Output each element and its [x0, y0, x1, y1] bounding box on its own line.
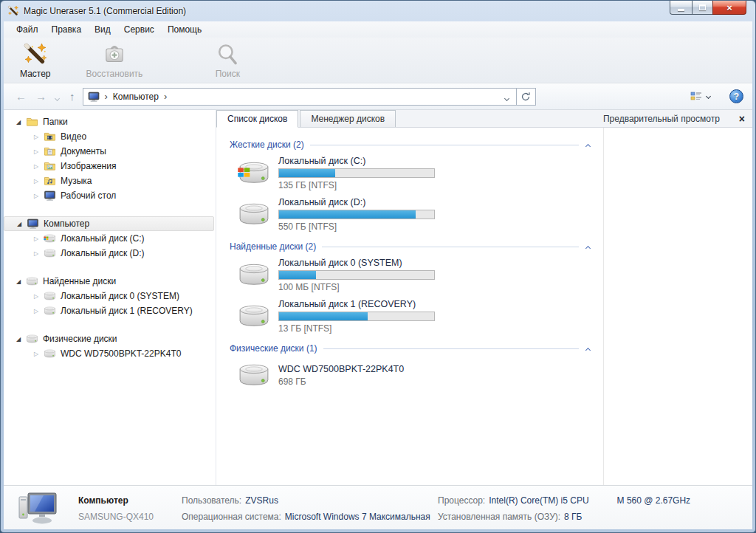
window-body: Файл Правка Вид Сервис Помощь Мастер Вос… — [4, 21, 752, 529]
app-window: Magic Uneraser 5.1 (Commercial Edition) … — [0, 0, 756, 533]
disk-usage-fill — [279, 210, 416, 219]
section-divider — [310, 145, 579, 145]
status-ram-value: 8 ГБ — [564, 512, 582, 522]
section-header: Найденные диски (2) — [230, 240, 593, 253]
sidebar-group-folders[interactable]: ◢ Папки — [4, 114, 216, 129]
sidebar-group-found-disks[interactable]: ◢ Найденные диски — [4, 274, 216, 289]
disk-usage-fill — [279, 169, 335, 177]
tree-label: Видео — [61, 131, 86, 142]
expander-closed-icon[interactable]: ▷ — [32, 235, 41, 242]
computer-icon — [18, 490, 60, 526]
collapse-chevron-icon[interactable] — [586, 138, 590, 151]
sidebar-item-pictures[interactable]: ▷ Изображения — [4, 159, 216, 173]
minimize-icon — [678, 9, 684, 11]
sidebar-item-disk-d[interactable]: ▷ Локальный диск (D:) — [4, 246, 216, 261]
expander-closed-icon[interactable]: ▷ — [32, 293, 41, 300]
tree-spacer — [4, 318, 216, 331]
minimize-button[interactable] — [670, 1, 692, 15]
expander-closed-icon[interactable]: ▷ — [32, 308, 41, 314]
status-user-value: ZVSRus — [245, 495, 278, 506]
tree-label: Найденные диски — [43, 276, 116, 286]
tree-spacer — [4, 203, 216, 216]
section-divider — [323, 348, 579, 349]
disk-icon — [44, 305, 56, 317]
wizard-button[interactable]: Мастер — [13, 41, 58, 80]
status-computer-name: SAMSUNG-QX410 — [78, 512, 154, 522]
app-icon — [7, 5, 19, 17]
collapse-chevron-icon[interactable] — [586, 342, 590, 355]
disk-item-physical-wdc[interactable]: WDC WD7500BPKT-22PK4T0 698 ГБ — [230, 362, 593, 388]
maximize-button[interactable] — [692, 1, 712, 15]
expander-closed-icon[interactable]: ▷ — [32, 193, 41, 199]
sidebar-item-video[interactable]: ▷ Видео — [4, 129, 216, 144]
status-computer-column: Компьютер SAMSUNG-QX410 — [78, 492, 154, 525]
forward-button[interactable]: → — [35, 91, 47, 102]
sidebar-item-music[interactable]: ▷ Музыка — [4, 173, 216, 188]
history-dropdown-icon[interactable] — [55, 90, 59, 103]
expander-closed-icon[interactable]: ▷ — [32, 250, 41, 257]
section-physical-disks: Физические диски (1) WDC WD7500BPKT-22PK… — [230, 342, 593, 388]
expander-closed-icon[interactable]: ▷ — [32, 351, 41, 357]
menu-edit[interactable]: Правка — [45, 22, 89, 37]
up-button[interactable]: ↑ — [69, 91, 75, 102]
preview-header: Предварительный просмотр × — [603, 114, 752, 127]
collapse-chevron-icon[interactable] — [586, 240, 590, 253]
refresh-button[interactable] — [517, 88, 536, 106]
sidebar-item-disk-c[interactable]: ▷ Локальный диск (C:) — [4, 231, 216, 246]
expander-open-icon[interactable]: ◢ — [14, 336, 23, 343]
section-divider — [322, 247, 579, 247]
disk-item-c[interactable]: Локальный диск (C:) 135 ГБ [NTFS] — [230, 154, 593, 191]
disk-size: 698 ГБ — [278, 376, 404, 388]
expander-closed-icon[interactable]: ▷ — [32, 163, 41, 170]
menu-view[interactable]: Вид — [88, 22, 117, 37]
view-dropdown-icon — [706, 94, 711, 99]
disk-icon — [237, 262, 271, 287]
view-mode-button[interactable] — [687, 89, 713, 104]
expander-open-icon[interactable]: ◢ — [14, 278, 23, 285]
main-area: ◢ Папки ▷ Видео ▷ Документы ▷ Из — [4, 110, 752, 485]
section-header: Жесткие диски (2) — [230, 138, 593, 151]
title-bar[interactable]: Magic Uneraser 5.1 (Commercial Edition) … — [1, 1, 755, 21]
menu-service[interactable]: Сервис — [117, 22, 161, 37]
expander-open-icon[interactable]: ◢ — [14, 119, 23, 125]
tab-disk-list[interactable]: Список дисков — [216, 110, 298, 128]
menu-help[interactable]: Помощь — [161, 22, 208, 37]
sidebar-group-physical-disks[interactable]: ◢ Физические диски — [4, 331, 216, 346]
preview-close-icon[interactable]: × — [739, 114, 745, 124]
disk-usage-fill — [279, 271, 316, 279]
expander-closed-icon[interactable]: ▷ — [32, 178, 41, 185]
disk-usage-bar — [278, 210, 435, 219]
breadcrumb-dropdown-icon[interactable] — [501, 87, 513, 106]
refresh-icon — [520, 92, 531, 102]
sidebar-item-found-disk-1[interactable]: ▷ Локальный диск 1 (RECOVERY) — [4, 303, 216, 318]
expander-closed-icon[interactable]: ▷ — [32, 134, 41, 140]
search-button[interactable]: Поиск — [207, 41, 247, 80]
disk-name: Локальный диск (C:) — [278, 154, 435, 168]
disk-item-found-1[interactable]: Локальный диск 1 (RECOVERY) 13 ГБ [NTFS] — [230, 298, 593, 334]
expander-closed-icon[interactable]: ▷ — [32, 148, 41, 155]
close-button[interactable]: × — [712, 1, 746, 15]
breadcrumb[interactable]: › Компьютер › — [83, 88, 517, 106]
sidebar-item-found-disk-0[interactable]: ▷ Локальный диск 0 (SYSTEM) — [4, 289, 216, 303]
menu-bar: Файл Правка Вид Сервис Помощь — [4, 21, 752, 38]
disk-item-d[interactable]: Локальный диск (D:) 550 ГБ [NTFS] — [230, 196, 593, 233]
help-button[interactable]: ? — [729, 89, 743, 103]
sidebar-group-computer[interactable]: ◢ Компьютер — [4, 216, 214, 231]
restore-button[interactable]: Восстановить — [79, 41, 151, 80]
sidebar-item-desktop[interactable]: ▷ Рабочий стол — [4, 188, 216, 203]
sidebar-item-documents[interactable]: ▷ Документы — [4, 144, 216, 159]
disk-usage-bar — [278, 312, 435, 321]
disk-name: Локальный диск 1 (RECOVERY) — [278, 298, 435, 311]
status-cpu-value: Intel(R) Core(TM) i5 CPU — [489, 495, 588, 506]
breadcrumb-item-computer[interactable]: Компьютер — [113, 92, 159, 102]
disk-list-pane: Жесткие диски (2) Локальный диск (C:) 13… — [216, 128, 603, 485]
tab-disk-manager[interactable]: Менеджер дисков — [300, 110, 396, 127]
disk-icon — [44, 247, 56, 259]
first-aid-kit-icon — [102, 42, 127, 67]
back-button[interactable]: ← — [16, 91, 27, 102]
expander-open-icon[interactable]: ◢ — [15, 221, 24, 227]
menu-file[interactable]: Файл — [10, 22, 45, 37]
disk-icon — [26, 333, 38, 345]
sidebar-item-physical-disk-wdc[interactable]: ▷ WDC WD7500BPKT-22PK4T0 — [4, 346, 216, 361]
disk-item-found-0[interactable]: Локальный диск 0 (SYSTEM) 100 МБ [NTFS] — [230, 256, 593, 293]
